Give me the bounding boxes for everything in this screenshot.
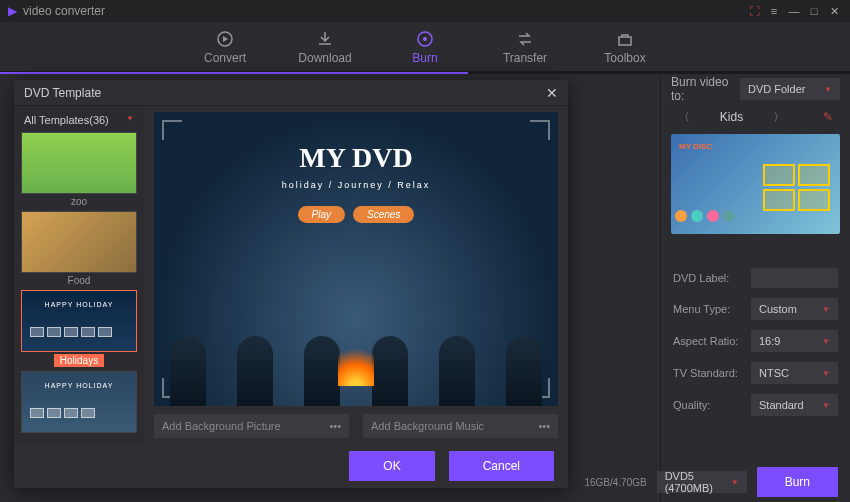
cancel-button[interactable]: Cancel bbox=[449, 451, 554, 481]
preview-scenes-button[interactable]: Scenes bbox=[353, 206, 414, 223]
preview-title: MY DVD bbox=[154, 142, 558, 174]
titlebar: ▶ video converter ⛶ ≡ — □ ✕ bbox=[0, 0, 850, 22]
preview-panel: MY DVD holiday / Journey / Relax Play Sc… bbox=[144, 106, 568, 444]
chevron-down-icon: ▼ bbox=[731, 478, 739, 487]
burn-icon bbox=[415, 29, 435, 49]
template-filter-dropdown[interactable]: All Templates(36) ▼ bbox=[20, 112, 138, 128]
app-logo-icon: ▶ bbox=[8, 4, 17, 18]
chevron-down-icon: ▼ bbox=[824, 85, 832, 94]
svg-point-2 bbox=[423, 37, 427, 41]
close-button[interactable]: ✕ bbox=[826, 3, 842, 19]
theme-edit-button[interactable]: ✎ bbox=[823, 110, 833, 124]
disc-type-select[interactable]: DVD5 (4700MB)▼ bbox=[657, 471, 747, 493]
menu-type-label: Menu Type: bbox=[673, 303, 743, 315]
dvd-label-input[interactable] bbox=[751, 268, 838, 288]
tab-label: Toolbox bbox=[604, 51, 645, 65]
add-background-music[interactable]: Add Background Music ••• bbox=[363, 414, 558, 438]
filter-label: All Templates(36) bbox=[24, 114, 109, 126]
burn-to-label: Burn video to: bbox=[671, 75, 732, 103]
theme-name: Kids bbox=[720, 110, 743, 124]
tab-toolbox[interactable]: Toolbox bbox=[595, 22, 655, 71]
tab-burn[interactable]: Burn bbox=[395, 22, 455, 71]
tab-transfer[interactable]: Transfer bbox=[495, 22, 555, 71]
tab-convert[interactable]: Convert bbox=[195, 22, 255, 71]
more-icon: ••• bbox=[329, 420, 341, 432]
maximize-button[interactable]: □ bbox=[806, 3, 822, 19]
right-sidebar: Burn video to: DVD Folder ▼ 〈 Kids 〉 ✎ M… bbox=[660, 74, 850, 502]
toolbox-icon bbox=[615, 29, 635, 49]
tab-download[interactable]: Download bbox=[295, 22, 355, 71]
theme-thumbnail[interactable]: MY DISC bbox=[671, 134, 840, 234]
mini-title: MY DISC bbox=[679, 142, 712, 151]
tab-label: Transfer bbox=[503, 51, 547, 65]
template-item-zoo[interactable]: zoo bbox=[20, 132, 138, 207]
tab-label: Burn bbox=[412, 51, 437, 65]
aspect-ratio-select[interactable]: 16:9▼ bbox=[751, 330, 838, 352]
main-toolbar: Convert Download Burn Transfer Toolbox bbox=[0, 22, 850, 72]
content-area: DVD Template ✕ All Templates(36) ▼ zoo F bbox=[0, 74, 660, 502]
convert-icon bbox=[215, 29, 235, 49]
chevron-down-icon: ▼ bbox=[822, 369, 830, 378]
template-item-4[interactable]: HAPPY HOLIDAY bbox=[20, 371, 138, 433]
more-icon: ••• bbox=[538, 420, 550, 432]
add-bg-music-label: Add Background Music bbox=[371, 420, 484, 432]
quality-label: Quality: bbox=[673, 399, 743, 411]
add-bg-pic-label: Add Background Picture bbox=[162, 420, 281, 432]
dvd-label-label: DVD Label: bbox=[673, 272, 743, 284]
template-item-food[interactable]: Food bbox=[20, 211, 138, 286]
transfer-icon bbox=[515, 29, 535, 49]
modal-title: DVD Template bbox=[24, 86, 101, 100]
tv-standard-label: TV Standard: bbox=[673, 367, 743, 379]
chevron-down-icon: ▼ bbox=[822, 305, 830, 314]
gift-icon[interactable]: ⛶ bbox=[746, 3, 762, 19]
preview-play-button[interactable]: Play bbox=[298, 206, 345, 223]
template-item-holidays[interactable]: HAPPY HOLIDAY Holidays bbox=[20, 290, 138, 367]
template-label: Food bbox=[68, 275, 91, 286]
add-background-picture[interactable]: Add Background Picture ••• bbox=[154, 414, 349, 438]
svg-rect-3 bbox=[619, 37, 631, 45]
template-label: Holidays bbox=[54, 354, 104, 367]
ok-button[interactable]: OK bbox=[349, 451, 434, 481]
theme-prev-button[interactable]: 〈 bbox=[678, 109, 690, 126]
quality-select[interactable]: Standard▼ bbox=[751, 394, 838, 416]
dvd-template-modal: DVD Template ✕ All Templates(36) ▼ zoo F bbox=[14, 80, 568, 488]
template-list: All Templates(36) ▼ zoo Food HAPPY HOLID… bbox=[14, 106, 144, 444]
theme-next-button[interactable]: 〉 bbox=[773, 109, 785, 126]
template-label: zoo bbox=[71, 196, 87, 207]
minimize-button[interactable]: — bbox=[786, 3, 802, 19]
tv-standard-select[interactable]: NTSC▼ bbox=[751, 362, 838, 384]
preview-subtitle: holiday / Journey / Relax bbox=[154, 180, 558, 190]
burn-button[interactable]: Burn bbox=[757, 467, 838, 497]
burn-to-value: DVD Folder bbox=[748, 83, 805, 95]
tab-label: Convert bbox=[204, 51, 246, 65]
chevron-down-icon: ▼ bbox=[126, 114, 134, 126]
modal-close-button[interactable]: ✕ bbox=[546, 85, 558, 101]
chevron-down-icon: ▼ bbox=[822, 337, 830, 346]
aspect-ratio-label: Aspect Ratio: bbox=[673, 335, 743, 347]
chevron-down-icon: ▼ bbox=[822, 401, 830, 410]
tab-label: Download bbox=[298, 51, 351, 65]
dvd-menu-preview: MY DVD holiday / Journey / Relax Play Sc… bbox=[154, 112, 558, 406]
download-icon bbox=[315, 29, 335, 49]
app-title: video converter bbox=[23, 4, 105, 18]
menu-type-select[interactable]: Custom▼ bbox=[751, 298, 838, 320]
burn-to-select[interactable]: DVD Folder ▼ bbox=[740, 78, 840, 100]
menu-icon[interactable]: ≡ bbox=[766, 3, 782, 19]
